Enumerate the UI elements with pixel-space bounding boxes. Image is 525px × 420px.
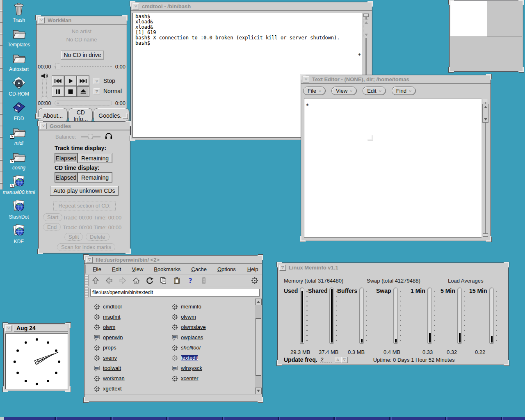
- scroll-down-icon[interactable]: [365, 34, 368, 36]
- menu-item[interactable]: Options: [212, 266, 241, 272]
- scroll-up-icon[interactable]: [365, 21, 368, 24]
- balance-slider[interactable]: [81, 135, 100, 139]
- scrollbar-elevator[interactable]: [363, 19, 369, 38]
- file-name-link[interactable]: xgettext: [103, 386, 122, 392]
- desktop-icon[interactable]: ↳ Autostart: [6, 51, 32, 75]
- track-elapsed-toggle[interactable]: Elapsed: [55, 153, 78, 163]
- resize-corner[interactable]: [449, 0, 454, 5]
- resize-corner[interactable]: [38, 249, 43, 254]
- delete-button[interactable]: Delete: [86, 233, 110, 241]
- file-item[interactable]: meminfo: [171, 301, 240, 312]
- editor-text-area[interactable]: ◈: [304, 98, 483, 237]
- toolbar-button[interactable]: [144, 275, 155, 286]
- track-remaining-toggle[interactable]: Remaining: [78, 153, 112, 163]
- file-name-link[interactable]: props: [103, 345, 116, 351]
- file-item[interactable]: shelltool: [171, 342, 240, 353]
- scroll-up-icon[interactable]: [484, 106, 487, 108]
- file-item[interactable]: textedit: [171, 353, 240, 363]
- toolbar-button[interactable]: [89, 275, 101, 286]
- file-list-scrollbar[interactable]: [255, 299, 262, 394]
- increase-freq-button[interactable]: △: [335, 357, 341, 363]
- desktop-icon[interactable]: ↳ manual00.html: [6, 174, 32, 199]
- toolbar-button[interactable]: [116, 275, 128, 286]
- pager-desktop-cell[interactable]: [487, 37, 522, 71]
- file-manager-titlebar[interactable]: ▽ file:/usr/openwin/bin/ <2>: [84, 256, 262, 264]
- transport-button[interactable]: [64, 86, 77, 97]
- file-item[interactable]: xcenter: [171, 373, 240, 383]
- resize-corner[interactable]: [126, 121, 131, 126]
- file-name-link[interactable]: workman: [103, 375, 125, 381]
- resize-corner[interactable]: [504, 360, 509, 365]
- scrollbar-top-anchor[interactable]: [363, 14, 369, 17]
- desktop-icon[interactable]: ↳ CD-ROM: [6, 75, 32, 100]
- file-item[interactable]: msgfmt: [94, 312, 162, 322]
- resize-corner[interactable]: [65, 323, 71, 328]
- resize-corner[interactable]: [38, 121, 43, 126]
- resize-corner[interactable]: [3, 386, 8, 392]
- file-item[interactable]: olwmslave: [171, 322, 240, 332]
- file-item[interactable]: winsysck: [171, 363, 240, 373]
- file-item[interactable]: openwin: [94, 332, 162, 342]
- toolbar-button[interactable]: [184, 275, 196, 286]
- file-item[interactable]: props: [94, 342, 162, 353]
- scrollbar-elevator[interactable]: [482, 104, 488, 123]
- play-mode-menu-button[interactable]: ▽: [94, 88, 100, 94]
- volume-slider[interactable]: [42, 80, 47, 97]
- transport-button[interactable]: [77, 86, 89, 97]
- track-position-slider[interactable]: [55, 64, 112, 70]
- resize-corner[interactable]: [130, 135, 135, 141]
- scroll-down-button[interactable]: [255, 388, 262, 394]
- clock-titlebar[interactable]: ▽ Aug 24: [4, 324, 70, 332]
- file-name-link[interactable]: shelltool: [181, 345, 201, 351]
- menu-item[interactable]: File: [87, 266, 107, 272]
- transport-button[interactable]: [52, 75, 64, 86]
- resize-corner[interactable]: [449, 67, 454, 72]
- play-state-menu-button[interactable]: ▽: [94, 78, 100, 84]
- desktop-icon[interactable]: ↳ SlashDot: [6, 199, 32, 223]
- desktop-icon[interactable]: ↳ Trash: [6, 2, 32, 26]
- cmdtool-titlebar[interactable]: ▽ cmdtool - /bin/bash: [131, 2, 372, 11]
- desktop-icon[interactable]: ↳ midi: [6, 125, 32, 149]
- file-name-link[interactable]: olvwm: [181, 314, 196, 320]
- file-name-link[interactable]: cmdtool: [103, 304, 122, 310]
- file-name-link[interactable]: msgfmt: [103, 314, 121, 320]
- resize-corner[interactable]: [486, 74, 491, 80]
- cd-remaining-toggle[interactable]: Remaining: [78, 172, 112, 183]
- file-item[interactable]: toolwait: [94, 363, 162, 373]
- split-button[interactable]: Split: [64, 233, 83, 241]
- toolbar-button[interactable]: [171, 275, 183, 286]
- resize-corner[interactable]: [518, 67, 524, 72]
- file-item[interactable]: olwm: [94, 322, 162, 332]
- scan-index-button[interactable]: Scan for index marks: [57, 243, 115, 251]
- menu-item-help[interactable]: Help: [242, 266, 264, 272]
- toolbar-drag-handle[interactable]: [85, 265, 86, 274]
- file-name-link[interactable]: textedit: [181, 355, 198, 361]
- file-item[interactable]: svenv: [94, 353, 162, 363]
- pager-desktop-cell[interactable]: [450, 1, 487, 37]
- repeat-section-button[interactable]: Repeat section of CD:: [53, 201, 116, 210]
- desktop-icon[interactable]: ↳ Templates: [6, 26, 32, 51]
- cd-elapsed-toggle[interactable]: Elapsed: [55, 172, 78, 183]
- pager-desktop-cell[interactable]: [450, 37, 487, 71]
- scroll-up-button[interactable]: [255, 299, 262, 305]
- resize-corner[interactable]: [277, 262, 282, 267]
- repeat-start-button[interactable]: Start: [43, 213, 62, 221]
- resize-corner[interactable]: [84, 255, 89, 260]
- menu-item[interactable]: Cache: [186, 266, 212, 272]
- file-name-link[interactable]: openwin: [103, 334, 123, 340]
- resize-corner[interactable]: [277, 360, 282, 365]
- desktop-icon[interactable]: ↳ KDE: [6, 223, 32, 248]
- file-name-link[interactable]: toolwait: [103, 365, 121, 371]
- resize-corner[interactable]: [258, 397, 263, 402]
- resize-corner[interactable]: [122, 113, 128, 119]
- cd-status-button[interactable]: No CD in drive: [61, 50, 104, 59]
- workman-titlebar[interactable]: ▽ WorkMan: [37, 16, 127, 25]
- file-item[interactable]: workman: [94, 373, 162, 383]
- toolbar-button[interactable]: [198, 275, 210, 286]
- resize-corner[interactable]: [36, 113, 41, 119]
- menu-item[interactable]: Edit: [107, 266, 126, 272]
- resize-corner[interactable]: [300, 74, 306, 80]
- desktop-icon[interactable]: ↳ FDD: [6, 100, 32, 125]
- toolbar-button[interactable]: [249, 275, 260, 286]
- resize-corner[interactable]: [518, 0, 524, 5]
